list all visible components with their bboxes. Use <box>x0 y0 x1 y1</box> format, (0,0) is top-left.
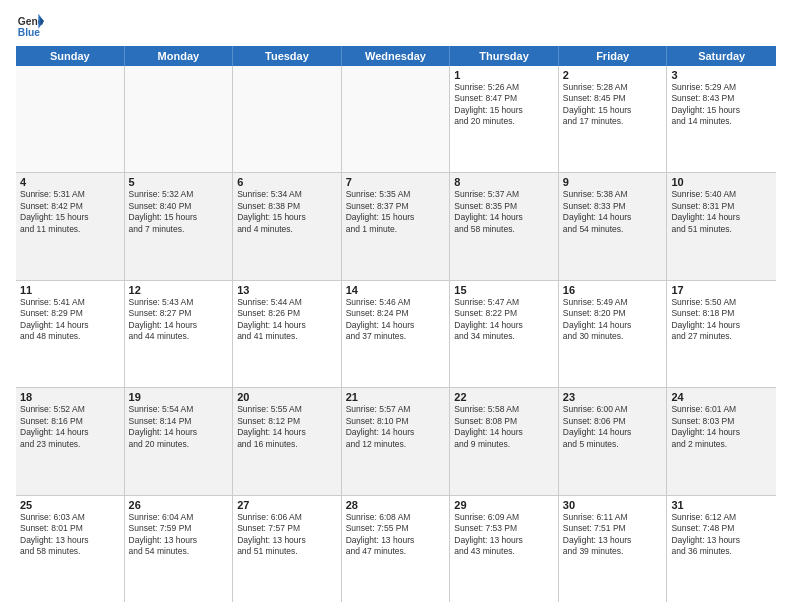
calendar-cell-31: 31Sunrise: 6:12 AM Sunset: 7:48 PM Dayli… <box>667 496 776 602</box>
cell-text: Sunrise: 5:37 AM Sunset: 8:35 PM Dayligh… <box>454 189 554 235</box>
weekday-header-tuesday: Tuesday <box>233 46 342 66</box>
cell-text: Sunrise: 5:26 AM Sunset: 8:47 PM Dayligh… <box>454 82 554 128</box>
day-number: 10 <box>671 176 772 188</box>
cell-text: Sunrise: 5:54 AM Sunset: 8:14 PM Dayligh… <box>129 404 229 450</box>
weekday-header-wednesday: Wednesday <box>342 46 451 66</box>
calendar-cell-3: 3Sunrise: 5:29 AM Sunset: 8:43 PM Daylig… <box>667 66 776 172</box>
weekday-header-sunday: Sunday <box>16 46 125 66</box>
calendar-cell-27: 27Sunrise: 6:06 AM Sunset: 7:57 PM Dayli… <box>233 496 342 602</box>
cell-text: Sunrise: 5:47 AM Sunset: 8:22 PM Dayligh… <box>454 297 554 343</box>
day-number: 13 <box>237 284 337 296</box>
weekday-header-thursday: Thursday <box>450 46 559 66</box>
calendar-week-4: 18Sunrise: 5:52 AM Sunset: 8:16 PM Dayli… <box>16 388 776 495</box>
day-number: 23 <box>563 391 663 403</box>
calendar-cell-empty-2 <box>233 66 342 172</box>
cell-text: Sunrise: 5:32 AM Sunset: 8:40 PM Dayligh… <box>129 189 229 235</box>
day-number: 29 <box>454 499 554 511</box>
day-number: 26 <box>129 499 229 511</box>
calendar-cell-17: 17Sunrise: 5:50 AM Sunset: 8:18 PM Dayli… <box>667 281 776 387</box>
day-number: 20 <box>237 391 337 403</box>
calendar-cell-29: 29Sunrise: 6:09 AM Sunset: 7:53 PM Dayli… <box>450 496 559 602</box>
calendar-week-3: 11Sunrise: 5:41 AM Sunset: 8:29 PM Dayli… <box>16 281 776 388</box>
weekday-header-friday: Friday <box>559 46 668 66</box>
calendar-cell-13: 13Sunrise: 5:44 AM Sunset: 8:26 PM Dayli… <box>233 281 342 387</box>
calendar-cell-25: 25Sunrise: 6:03 AM Sunset: 8:01 PM Dayli… <box>16 496 125 602</box>
cell-text: Sunrise: 5:58 AM Sunset: 8:08 PM Dayligh… <box>454 404 554 450</box>
calendar-cell-empty-3 <box>342 66 451 172</box>
cell-text: Sunrise: 5:44 AM Sunset: 8:26 PM Dayligh… <box>237 297 337 343</box>
cell-text: Sunrise: 5:57 AM Sunset: 8:10 PM Dayligh… <box>346 404 446 450</box>
cell-text: Sunrise: 6:08 AM Sunset: 7:55 PM Dayligh… <box>346 512 446 558</box>
calendar-cell-1: 1Sunrise: 5:26 AM Sunset: 8:47 PM Daylig… <box>450 66 559 172</box>
cell-text: Sunrise: 5:52 AM Sunset: 8:16 PM Dayligh… <box>20 404 120 450</box>
calendar-week-5: 25Sunrise: 6:03 AM Sunset: 8:01 PM Dayli… <box>16 496 776 602</box>
calendar-cell-26: 26Sunrise: 6:04 AM Sunset: 7:59 PM Dayli… <box>125 496 234 602</box>
calendar-week-1: 1Sunrise: 5:26 AM Sunset: 8:47 PM Daylig… <box>16 66 776 173</box>
day-number: 28 <box>346 499 446 511</box>
day-number: 22 <box>454 391 554 403</box>
day-number: 11 <box>20 284 120 296</box>
cell-text: Sunrise: 6:09 AM Sunset: 7:53 PM Dayligh… <box>454 512 554 558</box>
logo-icon: General Blue <box>16 12 44 40</box>
calendar-week-2: 4Sunrise: 5:31 AM Sunset: 8:42 PM Daylig… <box>16 173 776 280</box>
calendar-cell-empty-0 <box>16 66 125 172</box>
cell-text: Sunrise: 5:29 AM Sunset: 8:43 PM Dayligh… <box>671 82 772 128</box>
calendar-cell-19: 19Sunrise: 5:54 AM Sunset: 8:14 PM Dayli… <box>125 388 234 494</box>
calendar-cell-7: 7Sunrise: 5:35 AM Sunset: 8:37 PM Daylig… <box>342 173 451 279</box>
calendar-cell-4: 4Sunrise: 5:31 AM Sunset: 8:42 PM Daylig… <box>16 173 125 279</box>
page-header: General Blue <box>16 12 776 40</box>
day-number: 17 <box>671 284 772 296</box>
calendar-cell-28: 28Sunrise: 6:08 AM Sunset: 7:55 PM Dayli… <box>342 496 451 602</box>
calendar-cell-empty-1 <box>125 66 234 172</box>
day-number: 4 <box>20 176 120 188</box>
cell-text: Sunrise: 6:03 AM Sunset: 8:01 PM Dayligh… <box>20 512 120 558</box>
cell-text: Sunrise: 6:04 AM Sunset: 7:59 PM Dayligh… <box>129 512 229 558</box>
day-number: 16 <box>563 284 663 296</box>
cell-text: Sunrise: 5:28 AM Sunset: 8:45 PM Dayligh… <box>563 82 663 128</box>
calendar-cell-5: 5Sunrise: 5:32 AM Sunset: 8:40 PM Daylig… <box>125 173 234 279</box>
calendar-cell-20: 20Sunrise: 5:55 AM Sunset: 8:12 PM Dayli… <box>233 388 342 494</box>
day-number: 24 <box>671 391 772 403</box>
day-number: 30 <box>563 499 663 511</box>
calendar-cell-10: 10Sunrise: 5:40 AM Sunset: 8:31 PM Dayli… <box>667 173 776 279</box>
calendar-header: SundayMondayTuesdayWednesdayThursdayFrid… <box>16 46 776 66</box>
cell-text: Sunrise: 5:31 AM Sunset: 8:42 PM Dayligh… <box>20 189 120 235</box>
calendar-cell-8: 8Sunrise: 5:37 AM Sunset: 8:35 PM Daylig… <box>450 173 559 279</box>
weekday-header-monday: Monday <box>125 46 234 66</box>
calendar: SundayMondayTuesdayWednesdayThursdayFrid… <box>16 46 776 602</box>
day-number: 5 <box>129 176 229 188</box>
svg-text:Blue: Blue <box>18 27 41 38</box>
day-number: 9 <box>563 176 663 188</box>
cell-text: Sunrise: 6:06 AM Sunset: 7:57 PM Dayligh… <box>237 512 337 558</box>
cell-text: Sunrise: 5:43 AM Sunset: 8:27 PM Dayligh… <box>129 297 229 343</box>
cell-text: Sunrise: 5:49 AM Sunset: 8:20 PM Dayligh… <box>563 297 663 343</box>
day-number: 25 <box>20 499 120 511</box>
day-number: 18 <box>20 391 120 403</box>
cell-text: Sunrise: 6:01 AM Sunset: 8:03 PM Dayligh… <box>671 404 772 450</box>
cell-text: Sunrise: 5:41 AM Sunset: 8:29 PM Dayligh… <box>20 297 120 343</box>
calendar-cell-21: 21Sunrise: 5:57 AM Sunset: 8:10 PM Dayli… <box>342 388 451 494</box>
calendar-cell-2: 2Sunrise: 5:28 AM Sunset: 8:45 PM Daylig… <box>559 66 668 172</box>
cell-text: Sunrise: 5:50 AM Sunset: 8:18 PM Dayligh… <box>671 297 772 343</box>
day-number: 6 <box>237 176 337 188</box>
day-number: 27 <box>237 499 337 511</box>
calendar-cell-23: 23Sunrise: 6:00 AM Sunset: 8:06 PM Dayli… <box>559 388 668 494</box>
cell-text: Sunrise: 6:11 AM Sunset: 7:51 PM Dayligh… <box>563 512 663 558</box>
calendar-cell-9: 9Sunrise: 5:38 AM Sunset: 8:33 PM Daylig… <box>559 173 668 279</box>
day-number: 21 <box>346 391 446 403</box>
day-number: 2 <box>563 69 663 81</box>
cell-text: Sunrise: 6:00 AM Sunset: 8:06 PM Dayligh… <box>563 404 663 450</box>
calendar-cell-22: 22Sunrise: 5:58 AM Sunset: 8:08 PM Dayli… <box>450 388 559 494</box>
weekday-header-saturday: Saturday <box>667 46 776 66</box>
calendar-cell-15: 15Sunrise: 5:47 AM Sunset: 8:22 PM Dayli… <box>450 281 559 387</box>
day-number: 8 <box>454 176 554 188</box>
day-number: 3 <box>671 69 772 81</box>
calendar-cell-18: 18Sunrise: 5:52 AM Sunset: 8:16 PM Dayli… <box>16 388 125 494</box>
calendar-cell-30: 30Sunrise: 6:11 AM Sunset: 7:51 PM Dayli… <box>559 496 668 602</box>
calendar-body: 1Sunrise: 5:26 AM Sunset: 8:47 PM Daylig… <box>16 66 776 602</box>
calendar-cell-6: 6Sunrise: 5:34 AM Sunset: 8:38 PM Daylig… <box>233 173 342 279</box>
calendar-cell-16: 16Sunrise: 5:49 AM Sunset: 8:20 PM Dayli… <box>559 281 668 387</box>
cell-text: Sunrise: 5:40 AM Sunset: 8:31 PM Dayligh… <box>671 189 772 235</box>
calendar-cell-12: 12Sunrise: 5:43 AM Sunset: 8:27 PM Dayli… <box>125 281 234 387</box>
cell-text: Sunrise: 5:46 AM Sunset: 8:24 PM Dayligh… <box>346 297 446 343</box>
